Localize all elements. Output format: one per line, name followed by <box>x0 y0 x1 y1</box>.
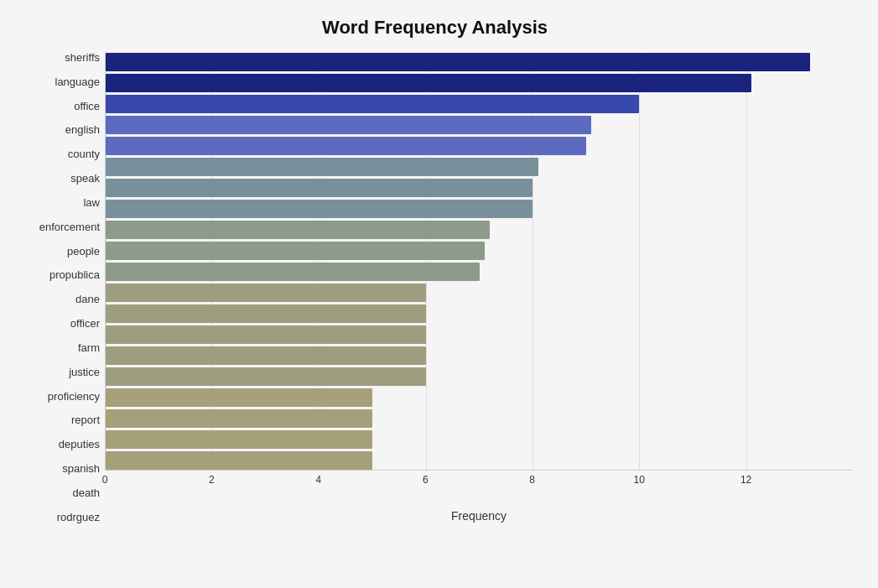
bar <box>106 388 372 407</box>
y-label: speak <box>70 173 100 184</box>
bar-row <box>106 304 853 323</box>
bar-row <box>106 346 853 365</box>
grid-lines <box>106 52 853 470</box>
y-label: language <box>55 76 101 87</box>
y-label: spanish <box>62 463 100 474</box>
y-label: proficiency <box>48 391 100 402</box>
grid-line <box>533 52 533 470</box>
y-label: english <box>65 124 100 135</box>
bar <box>106 179 533 197</box>
bars-panel <box>105 52 853 471</box>
bar <box>106 409 372 428</box>
bar <box>106 95 639 113</box>
bar <box>106 367 426 386</box>
bar-row <box>106 409 853 428</box>
y-label: officer <box>70 318 100 329</box>
y-label: county <box>68 148 100 159</box>
x-tick: 2 <box>209 474 215 486</box>
y-labels: sheriffslanguageofficeenglishcountyspeak… <box>17 52 105 523</box>
bar <box>106 158 538 176</box>
bar <box>106 53 810 71</box>
y-label: enforcement <box>39 221 100 232</box>
y-label: sheriffs <box>65 52 100 63</box>
bar-row <box>106 74 853 92</box>
bar <box>106 325 426 344</box>
chart-container: Word Frequency Analysis sheriffslanguage… <box>0 0 878 588</box>
bar <box>106 263 480 281</box>
bar <box>106 451 372 470</box>
bar <box>106 221 490 239</box>
bar-row <box>106 325 853 344</box>
y-label: rodrguez <box>57 512 100 523</box>
y-label: report <box>71 414 100 425</box>
x-tick: 8 <box>529 474 535 486</box>
y-label: law <box>83 197 100 208</box>
bar <box>106 346 426 365</box>
y-label: dane <box>75 294 100 304</box>
bar <box>106 284 426 302</box>
bar-row <box>106 116 853 134</box>
bar-row <box>106 388 853 407</box>
y-label: people <box>67 246 100 257</box>
grid-line <box>320 52 320 470</box>
x-tick: 4 <box>316 474 322 486</box>
y-label: deputies <box>59 439 100 450</box>
bar-row <box>106 137 853 155</box>
x-tick: 0 <box>102 474 108 486</box>
bar-row <box>106 263 853 281</box>
y-label: death <box>72 487 100 498</box>
bar <box>106 200 533 218</box>
bar <box>106 137 586 155</box>
x-tick: 6 <box>423 474 429 486</box>
chart-area: sheriffslanguageofficeenglishcountyspeak… <box>17 52 853 523</box>
grid-line <box>639 52 640 470</box>
bar-row <box>106 53 853 71</box>
bar <box>106 74 751 92</box>
bar-row <box>106 367 853 386</box>
x-tick: 12 <box>740 474 751 486</box>
chart-title: Word Frequency Analysis <box>17 17 853 39</box>
grid-line <box>426 52 427 470</box>
bar <box>106 116 591 134</box>
bar-row <box>106 221 853 239</box>
bars-and-xaxis: 024681012 Frequency <box>105 52 853 523</box>
grid-line <box>106 52 107 470</box>
x-axis-label: Frequency <box>105 509 853 523</box>
y-label: office <box>74 101 100 112</box>
y-label: propublica <box>49 269 100 280</box>
bar <box>106 242 485 260</box>
bar-row <box>106 179 853 197</box>
bar-row <box>106 200 853 218</box>
bar <box>106 304 426 323</box>
y-label: justice <box>69 367 100 377</box>
bar-row <box>106 242 853 260</box>
x-axis-wrapper: 024681012 <box>105 471 853 504</box>
bar-row <box>106 451 853 470</box>
bar <box>106 430 372 449</box>
bar-row <box>106 95 853 113</box>
grid-line <box>746 52 747 470</box>
bar-row <box>106 284 853 302</box>
x-tick: 10 <box>633 474 644 486</box>
bar-row <box>106 430 853 449</box>
y-label: farm <box>78 342 100 353</box>
grid-line <box>212 52 213 470</box>
bar-row <box>106 158 853 176</box>
